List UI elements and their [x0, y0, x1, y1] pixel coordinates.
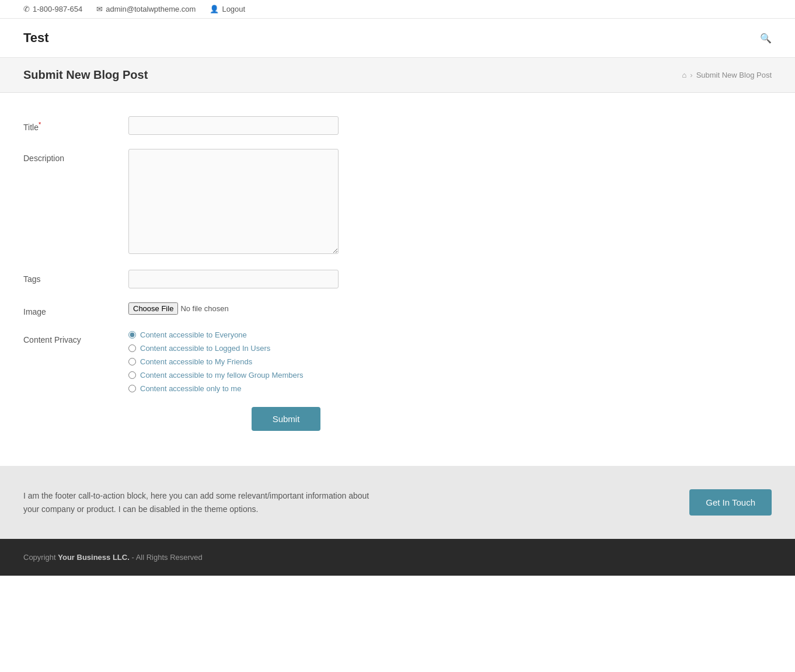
title-row: Title*	[23, 116, 444, 135]
breadcrumb-current: Submit New Blog Post	[696, 71, 772, 79]
image-label: Image	[23, 302, 128, 316]
file-input[interactable]	[128, 302, 272, 315]
tags-input[interactable]	[128, 270, 339, 288]
page-title-bar: Submit New Blog Post ⌂ › Submit New Blog…	[0, 58, 795, 93]
description-textarea[interactable]	[128, 149, 339, 254]
site-header: Test 🔍	[0, 19, 795, 58]
title-label: Title*	[23, 116, 128, 132]
footer-cta: I am the footer call-to-action block, he…	[0, 466, 795, 539]
page-title: Submit New Blog Post	[23, 68, 148, 82]
email-icon: ✉	[96, 5, 103, 13]
copyright-suffix: - All Rights Reserved	[131, 553, 202, 562]
privacy-friends-radio[interactable]	[128, 358, 136, 365]
main-content: Title* Description Tags Image Content Pr…	[0, 93, 467, 466]
site-title: Test	[23, 30, 49, 46]
privacy-friends-label: Content accessible to My Friends	[140, 357, 252, 366]
privacy-loggedin-label: Content accessible to Logged In Users	[140, 344, 270, 353]
breadcrumb: ⌂ › Submit New Blog Post	[682, 71, 772, 79]
top-bar: ✆ 1-800-987-654 ✉ admin@totalwptheme.com…	[0, 0, 795, 19]
image-row: Image	[23, 302, 444, 316]
title-input[interactable]	[128, 116, 339, 135]
site-footer: Copyright Your Business LLC. - All Right…	[0, 539, 795, 576]
user-icon: 👤	[210, 5, 219, 13]
home-icon: ⌂	[682, 71, 686, 79]
copyright-prefix: Copyright	[23, 553, 58, 562]
privacy-loggedin-radio[interactable]	[128, 344, 136, 352]
content-privacy-label: Content Privacy	[23, 330, 128, 344]
content-privacy-row: Content Privacy Content accessible to Ev…	[23, 330, 444, 393]
description-row: Description	[23, 149, 444, 256]
tags-row: Tags	[23, 270, 444, 288]
privacy-everyone-radio[interactable]	[128, 331, 136, 339]
content-privacy-group: Content accessible to Everyone Content a…	[128, 330, 444, 393]
privacy-group-radio[interactable]	[128, 371, 136, 379]
privacy-me-label: Content accessible only to me	[140, 384, 241, 393]
privacy-group-label: Content accessible to my fellow Group Me…	[140, 371, 304, 379]
submit-button[interactable]: Submit	[252, 407, 321, 431]
file-input-wrapper	[128, 302, 339, 315]
title-field	[128, 116, 339, 135]
image-field	[128, 302, 339, 315]
email-link[interactable]: admin@totalwptheme.com	[106, 5, 196, 13]
privacy-group-option[interactable]: Content accessible to my fellow Group Me…	[128, 371, 444, 379]
privacy-everyone-label: Content accessible to Everyone	[140, 330, 247, 339]
description-field	[128, 149, 339, 256]
privacy-friends-option[interactable]: Content accessible to My Friends	[128, 357, 444, 366]
company-name-link[interactable]: Your Business LLC.	[58, 553, 130, 562]
privacy-me-radio[interactable]	[128, 385, 136, 392]
search-button[interactable]: 🔍	[760, 33, 772, 44]
phone-icon: ✆	[23, 5, 30, 13]
privacy-everyone-option[interactable]: Content accessible to Everyone	[128, 330, 444, 339]
search-icon: 🔍	[760, 33, 772, 43]
privacy-me-option[interactable]: Content accessible only to me	[128, 384, 444, 393]
logout-item: 👤 Logout	[210, 5, 245, 13]
tags-field	[128, 270, 339, 288]
phone-number: 1-800-987-654	[33, 5, 82, 13]
privacy-loggedin-option[interactable]: Content accessible to Logged In Users	[128, 344, 444, 353]
breadcrumb-home-link[interactable]: ⌂	[682, 71, 686, 79]
email-item: ✉ admin@totalwptheme.com	[96, 5, 196, 13]
breadcrumb-separator: ›	[690, 71, 692, 79]
get-in-touch-button[interactable]: Get In Touch	[689, 489, 772, 516]
submit-row: Submit	[23, 407, 444, 431]
phone-item: ✆ 1-800-987-654	[23, 5, 82, 13]
tags-label: Tags	[23, 270, 128, 284]
footer-cta-text: I am the footer call-to-action block, he…	[23, 489, 374, 516]
logout-link[interactable]: Logout	[222, 5, 245, 13]
description-label: Description	[23, 149, 128, 163]
